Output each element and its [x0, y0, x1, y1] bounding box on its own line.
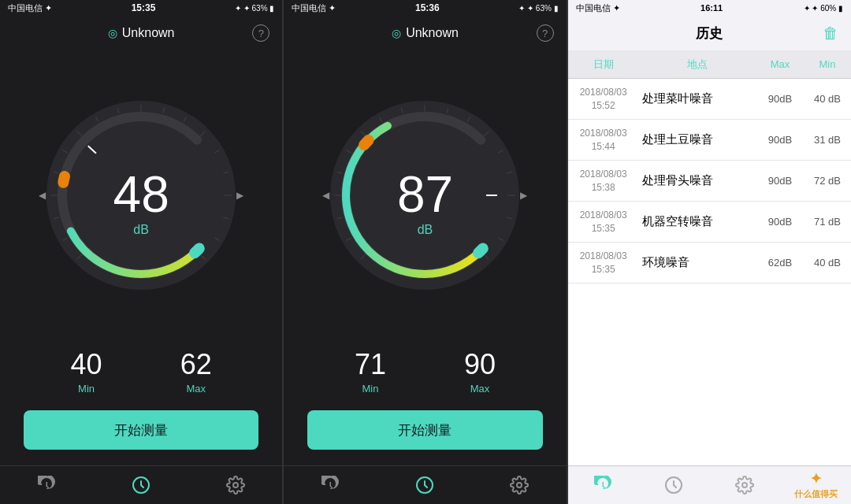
carrier-1: 中国电信 ✦	[8, 2, 52, 14]
row-max-2: 90dB	[756, 175, 804, 187]
row-date-4: 2018/08/0315:35	[568, 246, 639, 280]
tab-settings-2[interactable]	[472, 476, 566, 495]
svg-point-26	[233, 483, 238, 487]
max-display-2: 90 Max	[464, 348, 496, 395]
row-loc-1: 处理土豆噪音	[639, 132, 756, 147]
max-value-1: 62	[180, 348, 212, 381]
min-label-1: Min	[71, 383, 102, 395]
row-date-0: 2018/08/0315:52	[568, 83, 639, 116]
tab-bar-1	[0, 465, 282, 504]
history-icons: ✦ ✦ 60% ▮	[804, 4, 843, 13]
history-status-bar: 中国电信 ✦ 16:11 ✦ ✦ 60% ▮	[568, 0, 851, 16]
gauge-container-1: 48 dB ◀ ▶	[0, 50, 282, 340]
history-tab-gauge[interactable]	[638, 476, 709, 495]
time-1: 15:35	[132, 2, 156, 13]
gauge-center-2: 87 dB	[397, 169, 453, 237]
minmax-2: 71 Min 90 Max	[284, 340, 566, 410]
min-display-2: 71 Min	[355, 348, 386, 395]
carrier-2: 中国电信 ✦	[292, 2, 336, 14]
location-bar-1: ◎ Unknown ?	[0, 16, 282, 50]
gauge-unit-1: dB	[113, 223, 169, 237]
history-nav: 历史 🗑	[568, 16, 851, 50]
row-min-1: 31 dB	[804, 134, 851, 146]
tab-history-2[interactable]	[284, 476, 377, 495]
tab-history-1[interactable]	[0, 476, 94, 495]
row-loc-2: 处理骨头噪音	[639, 173, 756, 188]
location-icon-2: ◎	[392, 27, 401, 39]
min-label-2: Min	[355, 383, 386, 395]
tab-gauge-1[interactable]	[94, 476, 188, 495]
brand-label: 什么值得买	[794, 488, 838, 500]
tab-gauge-2[interactable]	[378, 476, 472, 495]
table-row[interactable]: 2018/08/0315:35 环境噪音 62dB 40 dB	[568, 243, 851, 284]
gauge-value-2: 87	[397, 169, 453, 220]
row-loc-4: 环境噪音	[639, 255, 756, 270]
row-max-4: 62dB	[756, 257, 804, 269]
row-loc-3: 机器空转噪音	[639, 214, 756, 229]
row-min-2: 72 dB	[804, 175, 851, 187]
row-min-0: 40 dB	[804, 93, 851, 105]
history-tab-history[interactable]	[568, 476, 639, 495]
icons-2: ✦ ✦ 63% ▮	[518, 4, 558, 13]
svg-point-53	[517, 483, 522, 487]
max-label-2: Max	[464, 383, 496, 395]
history-carrier: 中国电信 ✦	[576, 2, 620, 14]
status-bar-2: 中国电信 ✦ 15:36 ✦ ✦ 63% ▮	[284, 0, 566, 16]
tab-bar-2	[284, 465, 566, 504]
row-max-3: 90dB	[756, 216, 804, 228]
gauge-arrow-right-1: ▶	[236, 190, 243, 201]
row-date-3: 2018/08/0315:35	[568, 206, 639, 239]
location-text-2: Unknown	[406, 26, 459, 40]
location-text-1: Unknown	[122, 26, 175, 40]
header-max: Max	[756, 58, 804, 70]
max-label-1: Max	[180, 383, 212, 395]
start-button-1[interactable]: 开始测量	[24, 410, 258, 450]
history-table: 日期 地点 Max Min 2018/08/0315:52 处理菜叶噪音 90d…	[568, 50, 851, 465]
gauge-arrow-right-2: ▶	[520, 190, 527, 201]
tab-settings-1[interactable]	[188, 476, 282, 495]
status-bar-1: 中国电信 ✦ 15:35 ✦ ✦ 63% ▮	[0, 0, 282, 16]
max-value-2: 90	[464, 348, 496, 381]
table-row[interactable]: 2018/08/0315:35 机器空转噪音 90dB 71 dB	[568, 202, 851, 243]
history-title: 历史	[696, 24, 723, 43]
row-max-1: 90dB	[756, 134, 804, 146]
header-loc: 地点	[639, 57, 756, 72]
help-button-1[interactable]: ?	[252, 24, 269, 42]
table-header: 日期 地点 Max Min	[568, 50, 851, 79]
location-bar-2: ◎ Unknown ?	[284, 16, 566, 50]
start-button-2[interactable]: 开始测量	[307, 410, 542, 450]
time-2: 15:36	[415, 2, 440, 13]
gauge-2: 87 dB ◀ ▶	[322, 93, 527, 298]
gauge-1: 48 dB ◀ ▶	[39, 93, 243, 298]
phone-panel-1: 中国电信 ✦ 15:35 ✦ ✦ 63% ▮ ◎ Unknown ?	[0, 0, 283, 504]
svg-point-55	[742, 483, 747, 487]
row-min-3: 71 dB	[804, 216, 851, 228]
gauge-arrow-left-2: ◀	[322, 190, 329, 201]
header-date: 日期	[568, 57, 639, 72]
gauge-container-2: 87 dB ◀ ▶	[284, 50, 566, 340]
history-time: 16:11	[700, 3, 723, 13]
help-button-2[interactable]: ?	[537, 24, 554, 42]
table-row[interactable]: 2018/08/0315:44 处理土豆噪音 90dB 31 dB	[568, 120, 851, 161]
min-value-1: 40	[71, 348, 102, 381]
brand-icon: ✦	[810, 470, 822, 487]
header-min: Min	[804, 58, 851, 70]
location-icon-1: ◎	[108, 27, 117, 39]
row-date-1: 2018/08/0315:44	[568, 124, 639, 157]
table-row[interactable]: 2018/08/0315:52 处理菜叶噪音 90dB 40 dB	[568, 79, 851, 120]
history-panel: 中国电信 ✦ 16:11 ✦ ✦ 60% ▮ 历史 🗑 日期 地点 Max Mi…	[568, 0, 851, 504]
brand-tab[interactable]: ✦ 什么值得买	[780, 470, 851, 500]
row-max-0: 90dB	[756, 93, 804, 105]
row-date-2: 2018/08/0315:38	[568, 165, 639, 198]
gauge-value-1: 48	[113, 169, 169, 220]
phone-panel-2: 中国电信 ✦ 15:36 ✦ ✦ 63% ▮ ◎ Unknown ?	[284, 0, 567, 504]
minmax-1: 40 Min 62 Max	[0, 340, 282, 410]
history-tab-bar: ✦ 什么值得买	[568, 465, 851, 504]
icons-1: ✦ ✦ 63% ▮	[235, 4, 274, 13]
row-loc-0: 处理菜叶噪音	[639, 91, 756, 106]
gauge-unit-2: dB	[397, 223, 453, 237]
min-display-1: 40 Min	[71, 348, 102, 395]
history-tab-settings[interactable]	[709, 476, 780, 495]
trash-button[interactable]: 🗑	[823, 24, 838, 43]
table-row[interactable]: 2018/08/0315:38 处理骨头噪音 90dB 72 dB	[568, 161, 851, 202]
